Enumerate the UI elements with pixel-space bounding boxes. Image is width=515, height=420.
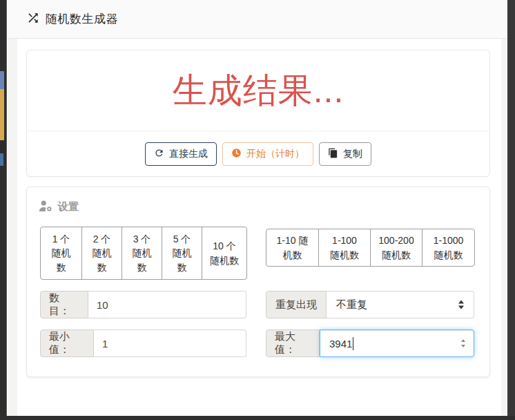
desktop-fragment: [0, 89, 4, 140]
count-preset-5-button[interactable]: 5 个 随机 数: [162, 227, 202, 280]
repeat-select[interactable]: 不重复: [327, 291, 474, 318]
result-panel: 生成结果... 直接生成 开始（计时）: [26, 50, 490, 177]
refresh-icon: [154, 148, 164, 160]
left-window-edge: [0, 0, 7, 416]
max-input-wrapper: [320, 330, 474, 357]
settings-panel: 设置 1 个 随机 数 2 个 随机 数 3 个 随机 数 5 个 随机 数 1…: [26, 187, 490, 377]
app-header: 随机数生成器: [8, 0, 507, 39]
start-timer-button[interactable]: 开始（计时）: [222, 142, 313, 166]
settings-title: 设置: [58, 200, 79, 213]
number-spinner[interactable]: [461, 339, 465, 347]
count-preset-group: 1 个 随机 数 2 个 随机 数 3 个 随机 数 5 个 随机 数 10 个…: [40, 227, 247, 280]
generate-button-label: 直接生成: [169, 148, 208, 160]
min-field-group: 最小值：: [40, 330, 246, 357]
count-field-label: 数目：: [40, 291, 88, 318]
result-text: 生成结果...: [173, 68, 344, 114]
bottom-window-edge: [0, 416, 515, 420]
range-preset-100-200-button[interactable]: 100-200 随机数: [370, 229, 422, 267]
page-title: 随机数生成器: [46, 11, 118, 27]
count-preset-3-button[interactable]: 3 个 随机 数: [122, 227, 162, 280]
count-input[interactable]: [88, 291, 246, 318]
clock-icon: [231, 148, 242, 160]
page-gutter-right: [501, 0, 507, 416]
text-caret: [353, 337, 353, 350]
start-timer-button-label: 开始（计时）: [246, 148, 304, 160]
action-bar: 直接生成 开始（计时） 复制: [27, 131, 489, 176]
shuffle-icon: [26, 11, 40, 28]
generate-button[interactable]: 直接生成: [145, 142, 217, 166]
right-window-edge: [507, 0, 515, 420]
select-arrows-icon: [458, 300, 464, 309]
range-preset-1-100-button[interactable]: 1-100 随机数: [318, 229, 371, 267]
count-field-group: 数目：: [40, 291, 246, 318]
page: 随机数生成器 生成结果... 直接生成: [0, 0, 515, 420]
copy-icon: [328, 148, 338, 160]
count-preset-1-button[interactable]: 1 个 随机 数: [40, 227, 82, 280]
max-field-group: 最大值：: [266, 330, 474, 357]
min-input[interactable]: [94, 330, 246, 357]
range-preset-group: 1-10 随 机数 1-100 随机数 100-200 随机数 1-1000 随…: [266, 229, 475, 267]
repeat-field-label: 重复出现: [266, 291, 327, 318]
desktop-fragment: [0, 71, 4, 89]
copy-button[interactable]: 复制: [319, 142, 371, 166]
range-preset-1-10-button[interactable]: 1-10 随 机数: [266, 229, 319, 267]
result-display: 生成结果...: [27, 50, 489, 131]
min-field-label: 最小值：: [40, 330, 94, 357]
page-gutter-left: [8, 0, 17, 416]
repeat-field-group: 重复出现 不重复: [266, 291, 474, 318]
repeat-select-value: 不重复: [336, 298, 367, 312]
desktop-fragment: [0, 153, 3, 166]
range-preset-1-1000-button[interactable]: 1-1000 随机数: [422, 229, 475, 267]
copy-button-label: 复制: [343, 148, 362, 160]
user-gear-icon: [39, 200, 53, 214]
max-input[interactable]: [320, 338, 474, 350]
settings-legend: 设置: [39, 200, 79, 214]
count-preset-2-button[interactable]: 2 个 随机 数: [81, 227, 122, 280]
max-field-label: 最大值：: [266, 330, 320, 357]
count-preset-10-button[interactable]: 10 个 随机数: [202, 227, 247, 280]
